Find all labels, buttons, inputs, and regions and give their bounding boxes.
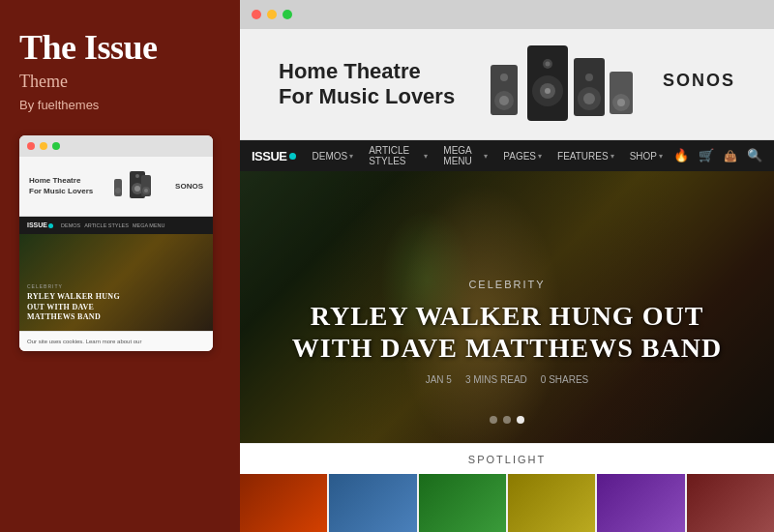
ad-text-left: Home Theatre For Music Lovers — [279, 59, 455, 110]
svg-point-22 — [500, 74, 508, 81]
mini-hero-content: CELEBRITY RYLEY WALKER HUNGOUT WITH DAVE… — [27, 283, 120, 322]
mini-browser-preview: Home TheatreFor Music Lovers SONOS ISS — [19, 135, 213, 351]
theme-author: By fuelthemes — [19, 98, 221, 112]
nav-item-pages[interactable]: PAGES ▾ — [496, 151, 549, 162]
nav-chevron-pages: ▾ — [538, 152, 542, 161]
mini-nav-logo: ISSUE — [27, 222, 53, 228]
hero-dot-1[interactable] — [490, 416, 497, 424]
search-icon[interactable]: 🔍 — [747, 148, 762, 163]
mini-cookie-notice: Our site uses cookies. Learn more about … — [19, 331, 213, 351]
nav-chevron-demos: ▾ — [349, 152, 353, 161]
nav-item-features[interactable]: FEATURES ▾ — [551, 151, 621, 162]
main-browser-area: Home Theatre For Music Lovers — [240, 0, 774, 532]
nav-logo-dot — [289, 153, 296, 160]
hero-dot-2[interactable] — [503, 416, 511, 424]
mini-hero-title: RYLEY WALKER HUNGOUT WITH DAVEMATTHEWS B… — [27, 292, 120, 322]
svg-point-12 — [545, 88, 551, 94]
nav-icons: 🔥 🛒 👜 🔍 — [673, 148, 762, 163]
hero-dot-3[interactable] — [517, 416, 524, 424]
sidebar: The Issue Theme By fuelthemes Home Theat… — [0, 0, 240, 532]
spotlight-image-4[interactable] — [508, 474, 595, 532]
mini-ad-brand: SONOS — [175, 182, 203, 191]
hero-read-time: 3 MINS READ — [465, 374, 527, 385]
hero-meta: JAN 5 3 MINS READ 0 SHARES — [240, 374, 774, 385]
mini-expand-dot — [52, 142, 60, 150]
mini-hero-category: CELEBRITY — [27, 283, 120, 289]
hero-section: CELEBRITY RYLEY WALKER HUNG OUT WITH DAV… — [240, 171, 774, 443]
mini-browser-bar — [19, 135, 213, 157]
spotlight-image-1[interactable] — [240, 474, 327, 532]
theme-subtitle: Theme — [19, 72, 221, 92]
mini-navbar: ISSUE DEMOS ARTICLE STYLES MEGA MENU — [19, 217, 213, 234]
svg-point-3 — [135, 174, 139, 178]
nav-item-demos[interactable]: DEMOS ▾ — [306, 151, 361, 162]
svg-point-6 — [144, 189, 148, 192]
spotlight-image-6[interactable] — [687, 474, 774, 532]
speaker-illustration — [469, 41, 643, 128]
hero-date: JAN 5 — [426, 374, 452, 385]
svg-point-18 — [585, 74, 593, 81]
browser-chrome — [240, 0, 774, 29]
hero-title: RYLEY WALKER HUNG OUT WITH DAVE MATTHEWS… — [240, 300, 774, 365]
nav-item-article-styles[interactable]: ARTICLE STYLES ▾ — [362, 145, 434, 166]
fire-icon[interactable]: 🔥 — [673, 148, 689, 163]
hero-shares: 0 SHARES — [541, 374, 588, 385]
mini-minimize-dot — [40, 142, 47, 150]
nav-item-shop[interactable]: SHOP ▾ — [623, 151, 670, 162]
spotlight-images — [240, 474, 774, 532]
close-dot[interactable] — [252, 10, 261, 19]
mini-close-dot — [27, 142, 35, 150]
ad-banner: Home Theatre For Music Lovers — [240, 29, 774, 140]
spotlight-bar: SPOTLIGHT — [240, 443, 774, 474]
nav-chevron-mega: ▾ — [484, 152, 488, 161]
svg-point-21 — [499, 96, 509, 105]
ad-brand-right: SONOS — [663, 71, 735, 99]
ad-brand-name: SONOS — [663, 71, 735, 91]
svg-point-2 — [134, 186, 140, 192]
cart-icon[interactable]: 🛒 — [699, 148, 714, 163]
hero-carousel-dots — [490, 416, 524, 424]
spotlight-image-3[interactable] — [419, 474, 506, 532]
mini-nav-mega: MEGA MENU — [133, 222, 165, 228]
spotlight-label: SPOTLIGHT — [468, 454, 546, 465]
mini-ad-banner: Home TheatreFor Music Lovers SONOS — [19, 157, 213, 217]
hero-category: CELEBRITY — [240, 279, 774, 290]
svg-point-25 — [617, 99, 625, 106]
hero-content: CELEBRITY RYLEY WALKER HUNG OUT WITH DAV… — [240, 279, 774, 385]
nav-logo: ISSUE — [252, 149, 296, 163]
nav-chevron-shop: ▾ — [659, 152, 663, 161]
bag-icon[interactable]: 👜 — [724, 150, 737, 163]
mini-ad-text: Home TheatreFor Music Lovers — [29, 175, 93, 196]
expand-dot[interactable] — [283, 10, 292, 19]
mini-hero: CELEBRITY RYLEY WALKER HUNGOUT WITH DAVE… — [19, 234, 213, 331]
nav-chevron-articles: ▾ — [424, 152, 428, 161]
svg-point-8 — [115, 188, 121, 193]
nav-item-mega-menu[interactable]: MEGA MENU ▾ — [436, 145, 494, 166]
nav-chevron-features: ▾ — [610, 152, 614, 161]
svg-point-17 — [583, 93, 595, 104]
spotlight-image-2[interactable] — [329, 474, 416, 532]
minimize-dot[interactable] — [267, 10, 277, 19]
svg-point-14 — [545, 62, 550, 67]
spotlight-image-5[interactable] — [597, 474, 684, 532]
mini-speaker-image — [110, 165, 159, 206]
mini-nav-articles: ARTICLE STYLES — [84, 222, 129, 228]
site-navbar: ISSUE DEMOS ▾ ARTICLE STYLES ▾ MEGA MENU… — [240, 140, 774, 171]
theme-title: The Issue — [19, 29, 221, 68]
ad-headline: Home Theatre For Music Lovers — [279, 59, 455, 110]
mini-nav-demos: DEMOS — [61, 222, 80, 228]
